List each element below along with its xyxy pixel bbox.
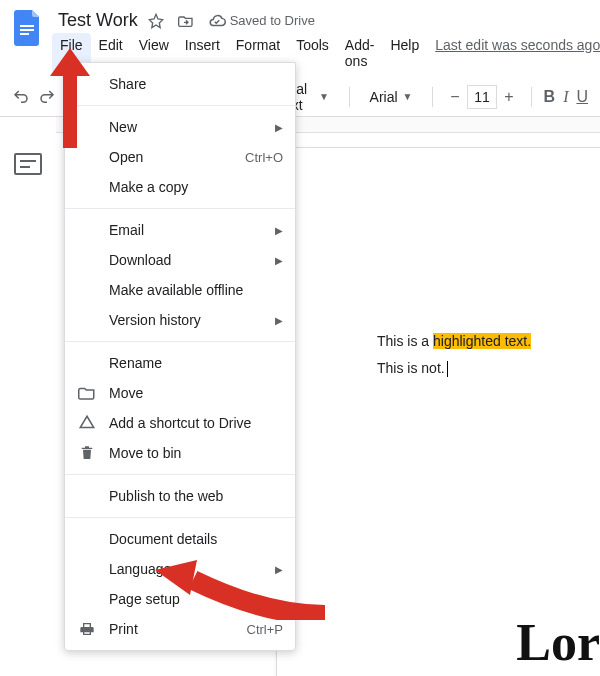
separator: [65, 105, 295, 106]
label: Email: [109, 222, 144, 238]
menu-item-publish[interactable]: Publish to the web: [65, 481, 295, 511]
label: Document details: [109, 531, 217, 547]
last-edit-link[interactable]: Last edit was seconds ago: [427, 33, 600, 73]
docs-logo[interactable]: [8, 8, 48, 48]
label: Make a copy: [109, 179, 188, 195]
label: Share: [109, 76, 146, 92]
svg-rect-2: [20, 33, 29, 35]
shortcut: Ctrl+P: [247, 622, 283, 637]
menu-item-version-history[interactable]: Version history▶: [65, 305, 295, 335]
separator: [65, 474, 295, 475]
menu-item-document-details[interactable]: Document details: [65, 524, 295, 554]
chevron-down-icon: ▼: [319, 91, 329, 102]
separator: [349, 87, 350, 107]
label: Rename: [109, 355, 162, 371]
cloud-icon: [208, 12, 226, 30]
label: Move: [109, 385, 143, 401]
shortcut: Ctrl+O: [245, 150, 283, 165]
separator: [432, 87, 433, 107]
chevron-right-icon: ▶: [275, 255, 283, 266]
chevron-right-icon: ▶: [275, 315, 283, 326]
outline-icon[interactable]: [14, 153, 42, 175]
annotation-arrow-bottom: [155, 560, 325, 620]
separator: [65, 208, 295, 209]
menu-item-make-copy[interactable]: Make a copy: [65, 172, 295, 202]
label: Open: [109, 149, 143, 165]
font-size-input[interactable]: 11: [467, 85, 497, 109]
font-size-decrease[interactable]: −: [445, 88, 465, 106]
separator: [65, 341, 295, 342]
menu-item-new[interactable]: New▶: [65, 112, 295, 142]
text-line-1: This is a highlighted text.: [377, 328, 600, 355]
menu-item-move-to-bin[interactable]: Move to bin: [65, 438, 295, 468]
menu-item-email[interactable]: Email▶: [65, 215, 295, 245]
label: Print: [109, 621, 138, 637]
menu-item-rename[interactable]: Rename: [65, 348, 295, 378]
chevron-down-icon: ▼: [402, 91, 412, 102]
move-folder-icon: [77, 383, 97, 403]
italic-button[interactable]: I: [563, 88, 568, 106]
menu-addons[interactable]: Add-ons: [337, 33, 383, 73]
label: Add a shortcut to Drive: [109, 415, 251, 431]
label: New: [109, 119, 137, 135]
separator: [65, 517, 295, 518]
text-highlighted: highlighted text.: [433, 333, 531, 349]
svg-marker-3: [50, 48, 90, 148]
svg-rect-0: [20, 25, 34, 27]
move-icon[interactable]: [178, 13, 194, 29]
label: Make available offline: [109, 282, 243, 298]
undo-button[interactable]: [12, 83, 30, 111]
text-plain: This is a: [377, 333, 433, 349]
save-status[interactable]: Saved to Drive: [208, 12, 315, 30]
save-status-label: Saved to Drive: [230, 13, 315, 28]
underline-button[interactable]: U: [576, 88, 588, 106]
text-plain: This is not.: [377, 360, 445, 376]
text-line-2: This is not.: [377, 355, 600, 382]
drive-shortcut-icon: [77, 413, 97, 433]
watermark: Lor: [516, 613, 600, 672]
document-title[interactable]: Test Work: [58, 10, 138, 31]
chevron-right-icon: ▶: [275, 225, 283, 236]
menu-help[interactable]: Help: [382, 33, 427, 73]
font-select-label: Arial: [370, 89, 398, 105]
font-select[interactable]: Arial ▼: [362, 83, 421, 111]
label: Publish to the web: [109, 488, 223, 504]
svg-rect-1: [20, 29, 34, 31]
separator: [531, 87, 532, 107]
chevron-right-icon: ▶: [275, 122, 283, 133]
svg-marker-4: [155, 560, 197, 595]
menu-item-open[interactable]: OpenCtrl+O: [65, 142, 295, 172]
print-icon: [77, 619, 97, 639]
trash-icon: [77, 443, 97, 463]
undo-icon: [12, 88, 30, 106]
left-sidebar: [0, 117, 56, 676]
label: Move to bin: [109, 445, 181, 461]
font-size-control: − 11 +: [445, 85, 519, 109]
label: Version history: [109, 312, 201, 328]
bold-button[interactable]: B: [544, 88, 556, 106]
annotation-arrow-top: [45, 48, 95, 148]
menu-item-share[interactable]: Share: [65, 69, 295, 99]
docs-icon: [14, 10, 42, 46]
star-icon[interactable]: [148, 13, 164, 29]
label: Download: [109, 252, 171, 268]
menu-item-add-shortcut[interactable]: Add a shortcut to Drive: [65, 408, 295, 438]
menu-item-download[interactable]: Download▶: [65, 245, 295, 275]
menu-item-move[interactable]: Move: [65, 378, 295, 408]
menu-item-offline[interactable]: Make available offline: [65, 275, 295, 305]
text-cursor: [447, 361, 448, 377]
font-size-increase[interactable]: +: [499, 88, 519, 106]
